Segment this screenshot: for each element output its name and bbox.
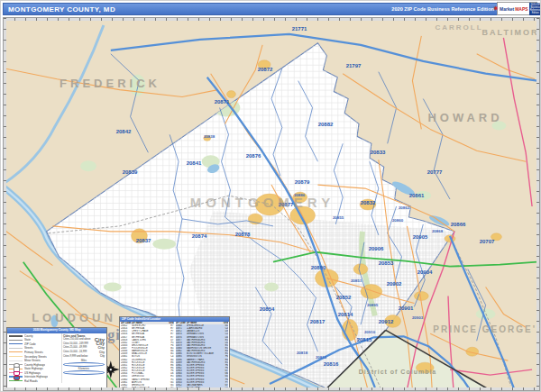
- urban-damascus: [258, 60, 270, 69]
- zip-line-sample: [9, 343, 23, 344]
- county-line-sample: [9, 335, 23, 337]
- state-line-sample: [9, 340, 23, 341]
- legend-item-label: County Highways: [24, 363, 45, 367]
- logo-brand-1: Market: [500, 6, 514, 12]
- city-class-sample: City: [99, 351, 105, 354]
- urban-clarksburg: [227, 91, 236, 98]
- zip-index-box: ZIP Code Index/Grid Locator ZIP CodeZIP …: [119, 316, 230, 389]
- legend-box: 2020 Montgomery County, MD Map CountySta…: [6, 327, 107, 390]
- urban-aspen-hill: [353, 264, 368, 275]
- ruler-left: [4, 18, 6, 390]
- scale-bar-label-miles: Miles: [63, 360, 105, 362]
- legend-item-label: Streets: [24, 346, 33, 350]
- legend-item-label: Minor Streets: [24, 359, 41, 362]
- secondary-line-sample: [9, 356, 23, 357]
- primary-line-sample: [9, 351, 23, 352]
- urban-barnesville: [204, 135, 211, 141]
- zip-index-right-column: ZIP CodeZIP NameGrid20868SPENCERVILLEG52…: [175, 322, 230, 389]
- urban-wheaton: [361, 285, 382, 299]
- loudoun-lake: [50, 315, 58, 327]
- legend-items: CountyStateZIP CodeStreetsPrimary Street…: [7, 333, 61, 384]
- zip-boundary-frederick: [111, 54, 149, 152]
- city-class-range: Cities 50,000 - 249,999: [63, 342, 88, 345]
- map-canvas[interactable]: 2177120872208712179720842208382083920841…: [3, 17, 540, 391]
- urban-poolesville: [132, 229, 148, 243]
- city-class-sample: City: [100, 355, 105, 358]
- legend-item-label: Secondary Streets: [24, 355, 47, 359]
- legend-item-label: US Highways: [24, 371, 41, 375]
- ushwy-line-sample: [9, 372, 23, 373]
- sthwy-line-sample: [9, 369, 23, 369]
- city-class-range: Cities 25,000 - 49,999: [63, 346, 87, 349]
- map-document: MONTGOMERY COUNTY, MD 2020 ZIP Code Busi…: [0, 0, 541, 392]
- inthwy-line-sample: [9, 376, 23, 378]
- legend-cities: Cities and Towns Cities 250,000 and abov…: [61, 333, 106, 384]
- urban-germantown: [255, 194, 284, 215]
- ruler-top: [4, 18, 539, 21]
- legend-city-class: Cities 9,999 and belowCity: [63, 354, 105, 359]
- rail-line-sample: [9, 380, 23, 381]
- title-bar: MONTGOMERY COUNTY, MD 2020 ZIP Code Busi…: [3, 3, 540, 15]
- city-class-range: Cities 250,000 and above: [63, 338, 90, 341]
- page-title: MONTGOMERY COUNTY, MD: [4, 5, 115, 14]
- urban-laurel: [491, 233, 502, 241]
- legend-item-label: Primary Streets: [24, 351, 43, 354]
- logo-badge: 2020 ZIP Business Reference Edition: [529, 3, 541, 15]
- urban-white-oak: [414, 292, 428, 301]
- urban-montgomery-village: [293, 192, 307, 203]
- urban-silver-spring: [385, 315, 401, 327]
- legend-item-label: ZIP Code: [24, 342, 36, 346]
- i-95: [450, 236, 514, 389]
- ruler-bottom: [4, 387, 539, 390]
- logo-brand-2: MAPS: [515, 6, 527, 12]
- legend-item-label: State: [24, 338, 31, 342]
- legend-item-label: Rail Roads: [24, 379, 38, 383]
- city-class-range: Cities 10,000 - 24,999: [63, 351, 87, 353]
- cohwy-line-sample: [9, 364, 23, 365]
- ruler-right: [536, 18, 539, 390]
- minor-line-sample: [9, 360, 23, 361]
- city-class-range: Cities 9,999 and below: [63, 355, 87, 358]
- zip-boundary-pg: [468, 269, 486, 342]
- publisher-logo: ✷ Market MAPS 2020 ZIP Business Referenc…: [497, 2, 537, 15]
- scale-bar-kilometers: [63, 370, 105, 375]
- zip-index-left-column: ZIP CodeZIP NameGrid20812GLEN ECHOE72081…: [120, 322, 175, 389]
- legend-item-label: Interstate Highways: [24, 375, 48, 378]
- legend-item-label: State Highways: [24, 367, 43, 370]
- scale-bar-miles: [63, 362, 105, 367]
- compass-star-icon: ✷: [492, 5, 499, 13]
- street-line-sample: [9, 348, 23, 349]
- legend-item-label: County: [24, 334, 33, 338]
